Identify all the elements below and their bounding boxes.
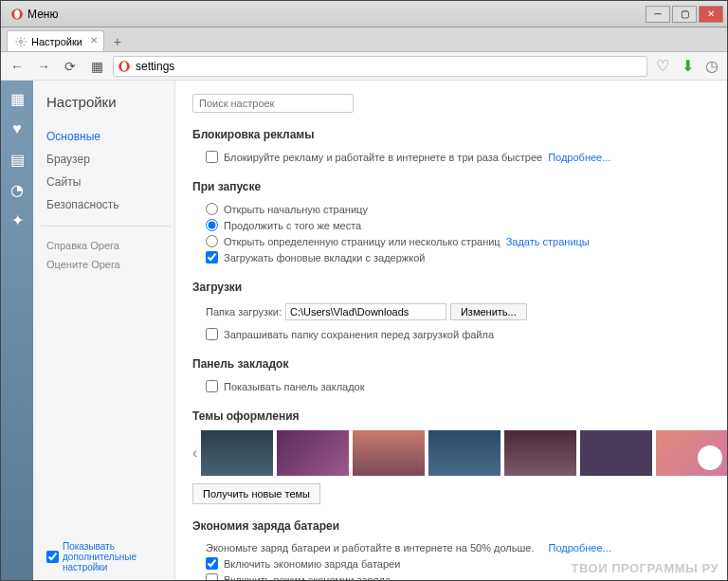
watermark: ТВОИ ПРОГРАММЫ РУ [572,561,719,575]
download-icon[interactable]: ⬇ [678,57,697,76]
downloads-path-input[interactable] [285,303,446,320]
startup-radio-continue[interactable] [206,219,218,231]
sidebar-news-icon[interactable]: ▤ [7,149,27,170]
new-tab-button[interactable]: + [108,32,127,51]
heart-icon[interactable]: ♡ [653,57,672,76]
battery-enable-checkbox[interactable] [206,557,218,570]
sidebar-speed-dial-icon[interactable]: ▦ [7,88,27,109]
adblock-checkbox[interactable] [206,151,218,163]
startup-lazy-checkbox[interactable] [206,251,218,263]
theme-thumbnail[interactable] [504,430,576,476]
downloads-ask-checkbox[interactable] [206,328,218,340]
gear-icon [15,36,27,47]
sidebar-history-icon[interactable]: ◔ [7,179,27,200]
theme-thumbnail[interactable] [656,430,727,476]
sidebar-item-browser[interactable]: Браузер [46,148,165,171]
back-button[interactable]: ← [7,56,27,77]
battery-mode-checkbox[interactable] [206,573,218,580]
speed-dial-button[interactable]: ▦ [86,56,107,77]
show-advanced-checkbox[interactable] [46,551,59,563]
address-bar[interactable] [113,56,647,77]
downloads-change-button[interactable]: Изменить... [450,303,527,320]
startup-radio-home[interactable] [206,203,218,215]
get-themes-button[interactable]: Получить новые темы [192,483,320,504]
battery-desc: Экономьте заряд батареи и работайте в ин… [206,542,534,554]
adblock-label[interactable]: Блокируйте рекламу и работайте в интерне… [224,152,542,163]
address-input[interactable] [136,60,643,73]
svg-point-4 [121,62,127,70]
startup-label-specific[interactable]: Открыть определенную страницу или нескол… [224,236,500,247]
tab-close-icon[interactable]: ✕ [90,35,98,45]
sidebar-item-sites[interactable]: Сайты [46,171,165,193]
sync-icon[interactable]: ◷ [702,57,721,76]
sidebar-help-link[interactable]: Справка Opera [46,236,165,255]
maximize-button[interactable]: ▢ [672,6,697,23]
settings-heading: Настройки [46,94,165,110]
show-advanced-label: Показывать дополнительные настройки [63,541,165,572]
opera-icon [118,60,131,73]
sidebar-heart-icon[interactable]: ♥ [7,118,27,139]
startup-radio-specific[interactable] [206,235,218,247]
section-startup-title: При запуске [192,180,710,193]
downloads-ask-label[interactable]: Запрашивать папку сохранения перед загру… [224,329,494,340]
tab-label: Настройки [31,36,82,47]
bookmarks-show-label[interactable]: Показывать панель закладок [224,381,365,392]
theme-thumbnail[interactable] [428,430,500,476]
startup-label-continue[interactable]: Продолжить с того же места [224,220,361,231]
adblock-more-link[interactable]: Подробнее... [548,152,610,163]
sidebar-item-security[interactable]: Безопасность [46,193,165,216]
menu-button[interactable]: Меню [5,6,64,23]
opera-icon [10,8,24,21]
startup-set-pages-link[interactable]: Задать страницы [506,236,590,247]
downloads-path-label: Папка загрузки: [206,306,282,318]
section-themes-title: Темы оформления [192,409,710,423]
battery-mode-label[interactable]: Включить режим экономии заряда [224,574,391,581]
section-adblock-title: Блокировка рекламы [192,128,710,141]
svg-point-2 [20,40,23,43]
theme-thumbnail[interactable] [580,430,652,476]
battery-enable-label[interactable]: Включить экономию заряда батареи [224,558,400,570]
settings-search-input[interactable] [199,98,347,109]
svg-point-1 [14,9,20,18]
themes-prev-button[interactable]: ‹ [192,430,197,476]
sidebar-extensions-icon[interactable]: ✦ [7,209,27,230]
theme-thumbnail[interactable] [201,430,273,476]
minimize-button[interactable]: ─ [646,6,670,23]
close-button[interactable]: ✕ [699,6,723,23]
reload-button[interactable]: ⟳ [60,56,81,77]
section-downloads-title: Загрузки [192,281,710,294]
forward-button[interactable]: → [33,56,54,77]
theme-thumbnail[interactable] [277,430,349,476]
startup-label-home[interactable]: Открыть начальную страницу [224,204,368,215]
menu-label: Меню [27,8,58,21]
theme-thumbnail[interactable] [353,430,425,476]
battery-more-link[interactable]: Подробнее... [549,542,611,554]
sidebar-rate-link[interactable]: Оцените Opera [46,255,165,274]
section-bookmarks-title: Панель закладок [192,357,710,371]
section-battery-title: Экономия заряда батареи [192,519,710,533]
bookmarks-show-checkbox[interactable] [206,380,218,392]
sidebar-item-basic[interactable]: Основные [46,125,165,148]
tab-settings[interactable]: Настройки ✕ [7,30,104,51]
startup-lazy-label[interactable]: Загружать фоновые вкладки с задержкой [224,252,425,263]
settings-search[interactable] [192,94,354,113]
